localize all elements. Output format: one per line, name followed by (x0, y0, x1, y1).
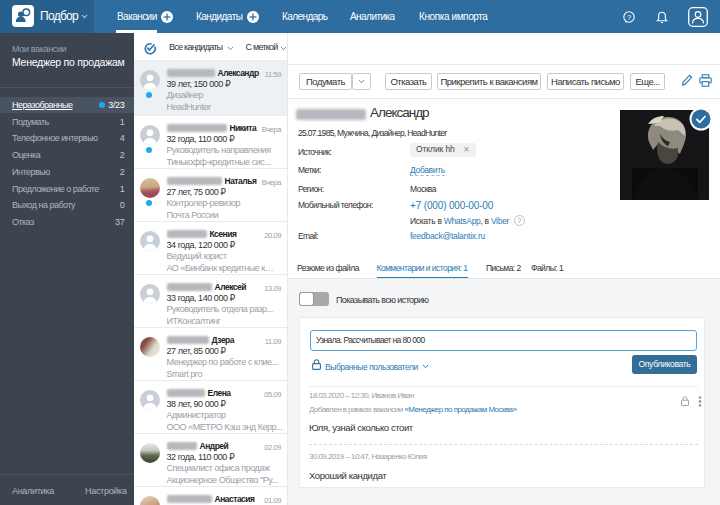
svg-text:?: ? (627, 12, 631, 21)
svg-text:?: ? (518, 217, 522, 224)
